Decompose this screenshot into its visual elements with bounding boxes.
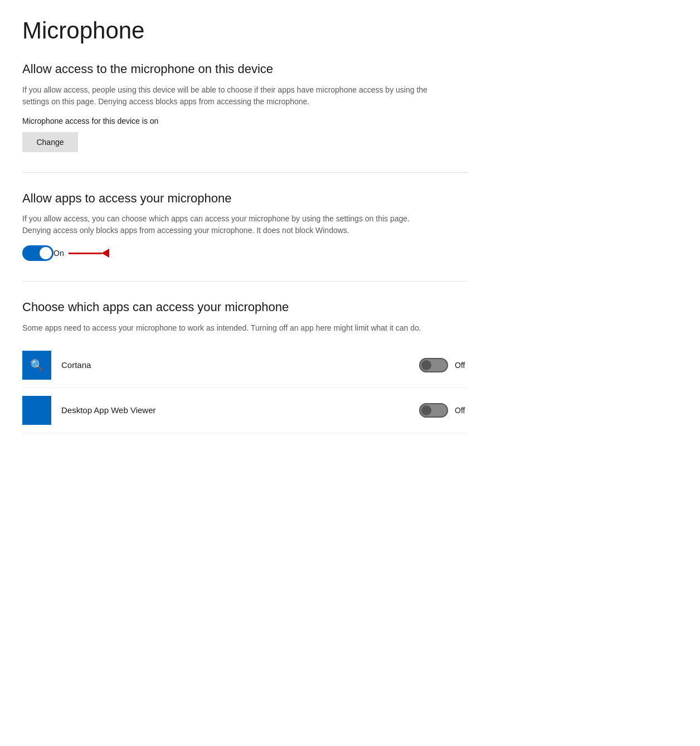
page-title: Microphone	[22, 18, 678, 43]
apps-access-toggle-row: On	[22, 245, 678, 261]
cortana-app-icon: 🔍	[22, 351, 51, 380]
desktop-app-toggle[interactable]	[419, 403, 448, 418]
list-item: 🔍 Cortana Off	[22, 343, 468, 388]
list-item: Desktop App Web Viewer Off	[22, 388, 468, 433]
section-apps-access-description: If you allow access, you can choose whic…	[22, 213, 435, 236]
desktop-app-toggle-thumb	[421, 405, 431, 415]
divider-2	[22, 281, 468, 282]
search-icon: 🔍	[30, 359, 44, 372]
square-icon	[35, 404, 38, 416]
cortana-toggle-area[interactable]: Off	[419, 358, 468, 372]
cortana-toggle-thumb	[421, 360, 431, 370]
section-device-access: Allow access to the microphone on this d…	[22, 61, 678, 152]
section-device-access-heading: Allow access to the microphone on this d…	[22, 61, 678, 77]
app-list: 🔍 Cortana Off Desktop App Web Viewer Off	[22, 343, 468, 433]
cortana-toggle[interactable]	[419, 358, 448, 372]
desktop-app-web-viewer-icon	[22, 396, 51, 425]
divider-1	[22, 172, 468, 173]
arrow-annotation	[69, 249, 109, 258]
section-apps-access: Allow apps to access your microphone If …	[22, 191, 678, 261]
change-button[interactable]: Change	[22, 132, 78, 152]
apps-access-toggle-label: On	[54, 249, 64, 258]
device-access-status: Microphone access for this device is on	[22, 117, 678, 125]
cortana-app-name: Cortana	[61, 360, 419, 370]
section-choose-apps-description: Some apps need to access your microphone…	[22, 322, 435, 334]
section-device-access-description: If you allow access, people using this d…	[22, 84, 435, 108]
desktop-app-web-viewer-name: Desktop App Web Viewer	[61, 405, 419, 415]
section-apps-access-heading: Allow apps to access your microphone	[22, 191, 678, 207]
section-choose-apps: Choose which apps can access your microp…	[22, 299, 678, 433]
desktop-app-toggle-label: Off	[455, 406, 468, 415]
apps-access-toggle[interactable]	[22, 245, 54, 261]
desktop-app-toggle-area[interactable]: Off	[419, 403, 468, 418]
section-choose-apps-heading: Choose which apps can access your microp…	[22, 299, 678, 316]
cortana-toggle-label: Off	[455, 361, 468, 370]
